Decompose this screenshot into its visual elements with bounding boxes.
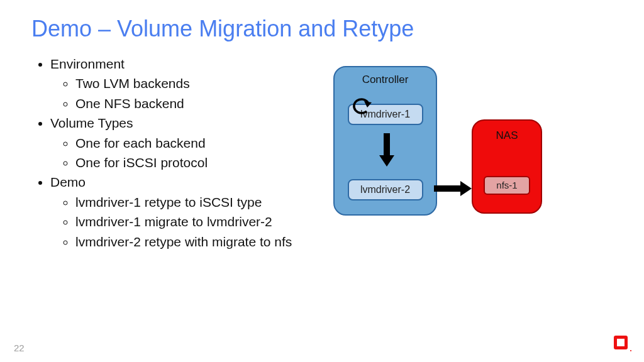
list-item: Environment Two LVM backends One NFS bac… — [50, 55, 327, 112]
svg-rect-3 — [434, 185, 462, 192]
content-area: Environment Two LVM backends One NFS bac… — [31, 53, 613, 252]
bullet-text: lvmdriver-1 retype to iSCSI type — [75, 195, 262, 209]
nas-label: NAS — [473, 121, 541, 142]
bullet-text: lvmdriver-2 retype with migrate to nfs — [75, 234, 292, 249]
svg-marker-4 — [460, 181, 472, 196]
list-item: lvmdriver-1 migrate to lvmdriver-2 — [75, 212, 327, 231]
bullet-text: Two LVM backends — [75, 76, 190, 90]
bullet-text: One NFS backend — [75, 96, 184, 111]
list-item: One NFS backend — [75, 94, 327, 112]
controller-label: Controller — [335, 67, 436, 86]
down-arrow-icon — [377, 130, 396, 171]
svg-rect-1 — [384, 133, 390, 157]
bullet-text: Demo — [50, 175, 86, 189]
logo-icon — [614, 336, 633, 356]
list-item: lvmdriver-1 retype to iSCSI type — [75, 193, 327, 211]
bullet-text: One for iSCSI protocol — [75, 155, 208, 170]
lvmdriver-2-box: lvmdriver-2 — [348, 179, 423, 200]
bullet-text: One for each backend — [75, 136, 206, 150]
bullet-text: lvmdriver-1 migrate to lvmdriver-2 — [75, 214, 272, 229]
bullet-text: Volume Types — [50, 116, 133, 130]
page-number: 22 — [14, 343, 25, 353]
self-loop-arrow-icon — [350, 97, 375, 115]
svg-rect-6 — [617, 339, 625, 346]
list-item: Two LVM backends — [75, 74, 327, 92]
svg-point-7 — [630, 350, 631, 351]
slide: Demo – Volume Migration and Retype Envir… — [0, 0, 644, 362]
svg-marker-2 — [379, 155, 394, 167]
controller-box: Controller lvmdriver-1 lvmdriver-2 — [333, 66, 437, 216]
list-item: Volume Types One for each backend One fo… — [50, 114, 327, 172]
list-item: One for each backend — [75, 134, 327, 152]
list-item: lvmdriver-2 retype with migrate to nfs — [75, 233, 327, 251]
nfs-box: nfs-1 — [484, 176, 530, 195]
diagram: Controller lvmdriver-1 lvmdriver-2 — [333, 66, 437, 216]
right-arrow-icon — [434, 179, 475, 198]
slide-title: Demo – Volume Migration and Retype — [31, 16, 613, 42]
nas-box: NAS nfs-1 — [472, 119, 542, 214]
list-item: One for iSCSI protocol — [75, 153, 327, 172]
svg-marker-0 — [364, 101, 372, 107]
bullet-text: Environment — [50, 57, 125, 71]
list-item: Demo lvmdriver-1 retype to iSCSI type lv… — [50, 173, 327, 251]
bullet-list: Environment Two LVM backends One NFS bac… — [31, 53, 327, 252]
